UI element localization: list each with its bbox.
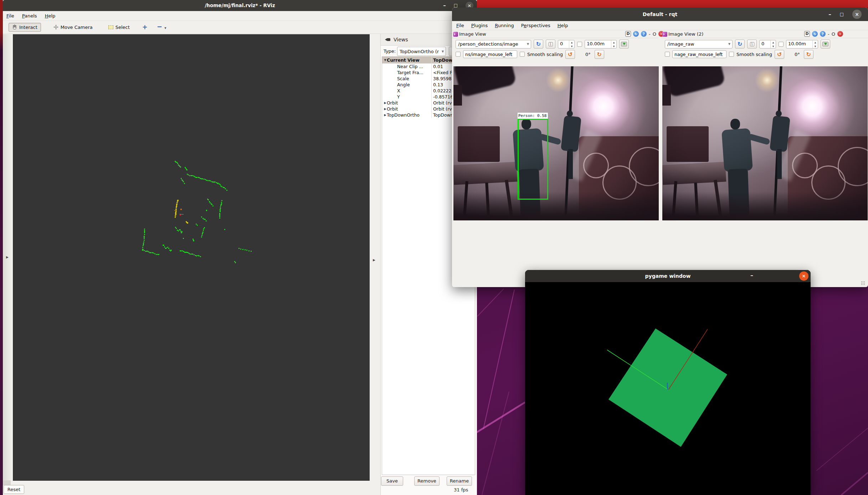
dock-float-icon[interactable]: O [653, 31, 656, 37]
rqt-titlebar[interactable]: Default - rqt – □ × [452, 7, 868, 21]
spin-down-icon[interactable]: ▼ [813, 44, 818, 48]
publish-mouse-checkbox[interactable] [665, 52, 670, 57]
scene-shape [579, 136, 659, 220]
dock-help-icon[interactable]: ? [820, 31, 826, 37]
chevron-down-icon: ▼ [726, 42, 732, 46]
minimize-icon[interactable]: – [828, 7, 831, 21]
tree-closed-icon[interactable]: ▶ [382, 112, 387, 118]
close-icon[interactable]: × [799, 271, 808, 281]
spin-down-icon[interactable]: ▼ [569, 44, 574, 48]
scene-shape [463, 181, 468, 220]
mouse-topic-field[interactable] [672, 50, 726, 58]
move-icon [53, 25, 58, 30]
dynamic-range-checkbox[interactable] [779, 42, 784, 47]
max-range-spinbox[interactable]: 10.00m ▲▼ [585, 40, 617, 49]
spin-up-icon[interactable]: ▲ [813, 40, 818, 44]
refresh-topics-button[interactable]: ↻ [534, 40, 543, 49]
interact-button[interactable]: Interact [9, 23, 41, 32]
rotate-ccw-button[interactable]: ↺ [565, 50, 575, 59]
resize-grip[interactable] [861, 281, 865, 285]
expand-views-icon[interactable]: ▶ [373, 258, 375, 262]
screenshot-button[interactable] [619, 40, 629, 49]
scene-shape [662, 192, 868, 220]
rviz-titlebar[interactable]: /home/mj/final.rviz* - RViz – □ × [3, 0, 477, 11]
dynamic-range-checkbox[interactable] [577, 42, 582, 47]
scene-shape [453, 66, 517, 98]
refresh-topics-button[interactable]: ↻ [735, 40, 745, 49]
person-2-silhouette [561, 116, 581, 152]
menu-perspectives[interactable]: Perspectives [521, 23, 550, 28]
smooth-scaling-checkbox[interactable] [729, 52, 734, 57]
menu-file[interactable]: File [456, 23, 464, 28]
tree-open-icon[interactable]: ▼ [382, 57, 387, 63]
max-range-spinbox[interactable]: 10.00m ▲▼ [786, 40, 818, 49]
person-2-silhouette [567, 111, 573, 117]
tree-closed-icon[interactable]: ▶ [382, 106, 387, 112]
reset-button[interactable]: Reset [4, 485, 24, 494]
displays-panel-collapsed[interactable]: ▶ [3, 34, 13, 481]
remove-button[interactable]: Remove [414, 476, 440, 486]
tree-closed-icon[interactable]: ▶ [382, 100, 387, 106]
topic-select[interactable]: /image_raw ▼ [665, 40, 733, 49]
dock-float-icon[interactable]: O [832, 31, 835, 37]
save-button[interactable]: Save [381, 476, 403, 486]
dock-reload-icon[interactable]: ↻ [633, 31, 639, 37]
spin-down-icon[interactable]: ▼ [611, 44, 616, 48]
spin-up-icon[interactable]: ▲ [569, 40, 574, 44]
rviz-menubar: File Panels Help [3, 11, 477, 21]
save-image-button[interactable]: 1 [546, 40, 555, 49]
menu-file[interactable]: File [6, 13, 14, 19]
dock-minimize-icon[interactable]: - [649, 31, 651, 37]
dock-help-icon[interactable]: ? [641, 31, 647, 37]
maximize-icon[interactable]: □ [840, 7, 844, 21]
zoom-out-button[interactable]: − ▼ [157, 24, 166, 30]
screenshot-button[interactable] [821, 40, 830, 49]
save-image-button[interactable]: 1 [747, 40, 757, 49]
menu-help[interactable]: Help [45, 13, 56, 19]
expand-panel-icon[interactable]: ▶ [6, 255, 9, 259]
num-gridlines-spinbox[interactable]: 0 ▲▼ [759, 40, 776, 49]
pygame-canvas[interactable] [525, 282, 811, 495]
dock-minimize-icon[interactable]: - [828, 31, 830, 37]
dock-close-icon[interactable]: × [837, 31, 843, 37]
minimize-icon[interactable]: – [750, 270, 753, 282]
view-type-select[interactable]: TopDownOrtho (r ▼ [397, 47, 446, 56]
smooth-scaling-checkbox[interactable] [520, 52, 525, 57]
topic-select[interactable]: /person_detections/image ▼ [456, 40, 531, 49]
menu-running[interactable]: Running [495, 23, 514, 28]
rviz-3d-viewport[interactable] [13, 34, 370, 481]
dock-header[interactable]: Image View D ↻ ? - O × [452, 30, 659, 38]
rotate-cw-button[interactable]: ↻ [595, 50, 604, 59]
plugin-icon [453, 32, 458, 37]
rotate-cw-button[interactable]: ↻ [804, 50, 813, 59]
spin-down-icon[interactable]: ▼ [771, 44, 776, 48]
rename-button[interactable]: Rename [447, 476, 472, 486]
camera-image-raw[interactable] [662, 66, 868, 220]
zoom-in-icon[interactable]: + [142, 25, 148, 30]
minimize-icon[interactable]: – [443, 0, 446, 11]
mouse-topic-field[interactable] [463, 50, 517, 58]
plugin-icon [662, 32, 667, 37]
pygame-titlebar[interactable]: pygame window – × [525, 270, 811, 282]
rotate-ccw-button[interactable]: ↺ [775, 50, 784, 59]
menu-plugins[interactable]: Plugins [471, 23, 488, 28]
dock-dock-icon[interactable]: D [625, 31, 631, 37]
num-gridlines-spinbox[interactable]: 0 ▲▼ [558, 40, 575, 49]
move-camera-button[interactable]: Move Camera [50, 23, 96, 31]
menu-help[interactable]: Help [558, 23, 568, 28]
dock-dock-icon[interactable]: D [804, 31, 810, 37]
close-icon[interactable]: × [852, 10, 862, 19]
scene-shape [662, 162, 726, 185]
publish-mouse-checkbox[interactable] [456, 52, 461, 57]
select-box-icon [108, 25, 113, 29]
dock-reload-icon[interactable]: ↻ [812, 31, 818, 37]
panel-splitter[interactable]: ▶ [370, 34, 380, 481]
type-label: Type: [384, 49, 396, 54]
dock-header[interactable]: Image View (2) D ↻ ? - O × [661, 30, 868, 38]
camera-image-detections[interactable]: Person: 0.58 [453, 66, 659, 220]
scene-shape [453, 162, 517, 185]
spin-up-icon[interactable]: ▲ [611, 40, 616, 44]
menu-panels[interactable]: Panels [22, 13, 37, 19]
select-button[interactable]: Select [105, 23, 133, 31]
spin-up-icon[interactable]: ▲ [771, 40, 776, 44]
